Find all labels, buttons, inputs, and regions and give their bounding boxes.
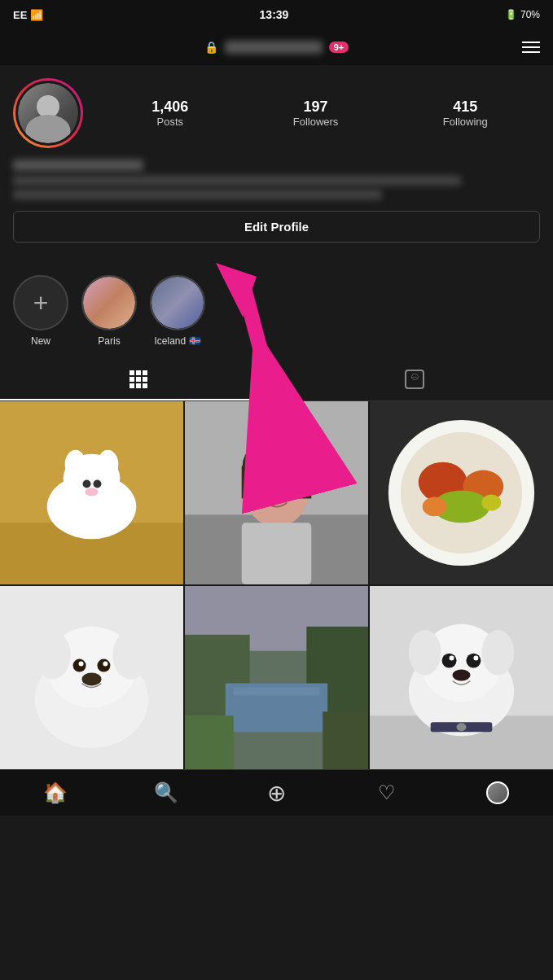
stats-row: 1,406 Posts 197 Followers 415 Following [99,98,540,128]
highlight-paris-label: Paris [98,335,120,347]
photo-cell-1[interactable] [0,401,183,584]
photo-cell-5[interactable] [185,586,368,769]
profile-nav-avatar [486,781,509,804]
battery-icon: 🔋 [505,9,517,20]
menu-button[interactable] [522,38,540,56]
svg-rect-12 [242,523,312,584]
svg-point-7 [93,480,101,488]
tabs-row [0,360,553,401]
following-label: Following [443,116,488,128]
photo-6 [370,586,553,769]
svg-rect-42 [323,711,368,769]
status-bar: EE 📶 13:39 🔋 70% [0,0,553,29]
highlight-new[interactable]: + New [13,275,68,347]
svg-point-29 [112,631,148,680]
search-icon: 🔍 [154,781,178,804]
followers-count: 197 [304,98,328,116]
svg-rect-14 [242,466,312,499]
photo-cell-6[interactable] [370,586,553,769]
highlight-iceland-image [151,277,204,329]
carrier-signal: EE 📶 [13,9,43,21]
svg-point-48 [481,630,514,676]
highlight-paris-circle [81,275,137,330]
svg-point-24 [481,494,501,510]
avatar-inner [15,81,81,146]
nav-search[interactable]: 🔍 [147,778,186,807]
tab-grid[interactable] [0,360,277,400]
highlight-iceland-label: Iceland 🇮🇸 [154,335,200,347]
svg-point-8 [86,488,99,497]
posts-stat[interactable]: 1,406 Posts [151,98,188,128]
notification-badge[interactable]: 9+ [329,42,349,53]
posts-count: 1,406 [151,98,188,116]
posts-label: Posts [157,116,184,128]
svg-point-5 [97,450,118,479]
svg-point-15 [261,486,271,492]
photo-5 [185,586,368,769]
person-tag-icon [405,370,424,389]
photo-grid [0,401,553,769]
svg-point-55 [453,670,471,681]
bio-line-2 [13,190,382,199]
username-blur [225,41,323,54]
highlights-row: + New Paris Iceland 🇮🇸 [0,269,553,360]
profile-section: 1,406 Posts 197 Followers 415 Following … [0,65,553,269]
nav-activity[interactable]: ♡ [367,778,406,807]
bottom-nav: 🏠 🔍 ⊕ ♡ [0,769,553,816]
svg-point-4 [65,450,86,479]
top-nav: 🔒 9+ [0,29,553,65]
profile-header: 1,406 Posts 197 Followers 415 Following [13,78,540,148]
lock-icon: 🔒 [204,41,218,54]
highlight-new-label: New [31,335,50,347]
highlight-iceland-circle [150,275,205,330]
highlight-iceland[interactable]: Iceland 🇮🇸 [150,275,205,347]
svg-point-23 [423,497,447,516]
grid-icon [129,370,147,388]
photo-cell-4[interactable] [0,586,183,769]
heart-icon: ♡ [378,781,396,804]
svg-point-16 [282,486,292,492]
following-stat[interactable]: 415 Following [443,98,488,128]
plus-icon: + [33,290,49,316]
svg-point-49 [442,654,457,668]
clock: 13:39 [260,8,289,21]
photo-grid-container [0,401,553,769]
svg-point-28 [35,631,71,680]
battery-percent: 70% [520,9,540,20]
home-icon: 🏠 [43,781,68,804]
add-icon: ⊕ [267,780,286,807]
svg-point-34 [82,673,102,686]
svg-point-50 [466,654,481,668]
svg-point-51 [450,656,454,661]
followers-label: Followers [293,116,339,128]
highlight-paris-image [83,277,135,329]
svg-rect-41 [185,715,234,769]
photo-cell-3[interactable] [370,401,553,584]
username-area: 🔒 9+ [204,41,349,54]
svg-point-6 [83,480,91,488]
svg-point-33 [103,662,108,667]
photo-1 [0,401,183,584]
svg-point-47 [409,630,441,676]
svg-rect-40 [234,687,320,695]
highlight-paris[interactable]: Paris [81,275,137,347]
following-count: 415 [453,98,477,116]
avatar-wrapper[interactable] [13,78,83,148]
bio-line-1 [13,176,461,186]
avatar [18,83,78,143]
followers-stat[interactable]: 197 Followers [293,98,339,128]
svg-point-32 [79,662,84,667]
nav-add[interactable]: ⊕ [257,778,296,807]
battery-info: 🔋 70% [505,9,540,20]
profile-info [13,160,540,199]
highlight-new-circle: + [13,275,68,330]
photo-3 [370,401,553,584]
display-name-blur [13,160,143,171]
edit-profile-button[interactable]: Edit Profile [13,211,540,243]
svg-point-54 [457,723,467,731]
photo-cell-2[interactable] [185,401,368,584]
nav-home[interactable]: 🏠 [36,778,75,807]
nav-profile[interactable] [478,778,517,807]
tab-tagged[interactable] [277,360,554,400]
photo-4 [0,586,183,769]
